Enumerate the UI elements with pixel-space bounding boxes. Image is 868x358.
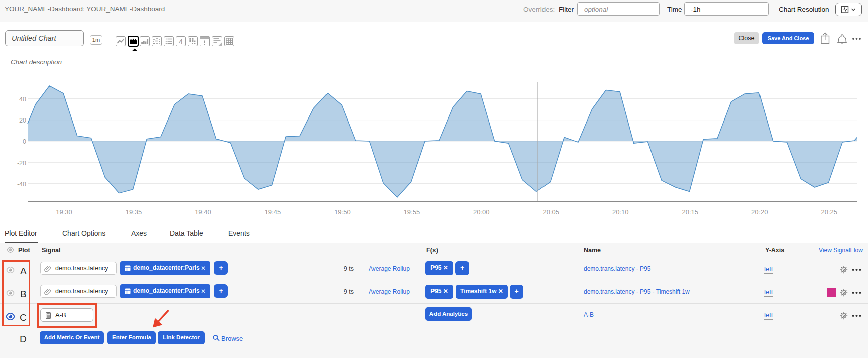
svg-text:-40: -40 [17,181,26,188]
svg-text:4: 4 [179,37,183,46]
svg-text:19:50: 19:50 [334,208,351,216]
svg-text:19:40: 19:40 [195,208,211,216]
svg-text:19:30: 19:30 [56,208,72,216]
svg-text:40: 40 [19,96,26,103]
svg-text:19:45: 19:45 [265,208,281,216]
svg-text:19:35: 19:35 [126,208,142,216]
svg-text:20:25: 20:25 [821,208,837,216]
svg-text:20:05: 20:05 [543,208,560,216]
svg-text:20:15: 20:15 [682,208,698,216]
svg-text:20:20: 20:20 [751,208,768,216]
svg-text:-20: -20 [17,160,26,167]
svg-text:0: 0 [23,138,26,145]
svg-text:20:00: 20:00 [473,208,490,216]
svg-text:20: 20 [19,117,26,124]
svg-text:19:55: 19:55 [404,208,420,216]
svg-text:20:10: 20:10 [612,208,629,216]
